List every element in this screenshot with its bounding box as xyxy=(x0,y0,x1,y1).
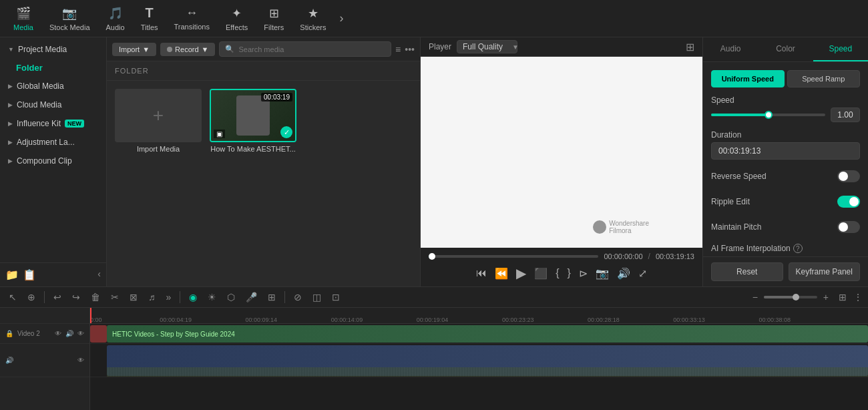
keyframe-panel-button[interactable]: Keyframe Panel xyxy=(789,262,861,281)
toolbar-effects[interactable]: ✦ Effects xyxy=(218,2,256,35)
progress-thumb[interactable] xyxy=(429,253,435,260)
import-media-card[interactable]: + Import Media xyxy=(115,89,202,153)
sidebar-item-cloud-media[interactable]: ▶ Cloud Media xyxy=(0,95,106,114)
search-input[interactable] xyxy=(238,45,385,53)
speed-slider-track[interactable] xyxy=(711,114,825,116)
reverse-speed-toggle[interactable] xyxy=(837,170,860,182)
more-options-icon[interactable]: ••• xyxy=(405,44,415,55)
tab-speed[interactable]: Speed xyxy=(813,37,868,61)
current-time: 00:00:00:00 xyxy=(604,252,642,260)
speaker-icon-2[interactable]: 🔊 xyxy=(5,357,13,364)
lock-icon[interactable]: 🔒 xyxy=(5,330,13,337)
fullscreen-btn[interactable]: ⤢ xyxy=(638,267,647,280)
volume-btn[interactable]: 🔊 xyxy=(617,267,630,280)
clip-red-section[interactable] xyxy=(90,325,107,343)
toolbar-audio[interactable]: 🎵 Audio xyxy=(98,2,133,35)
show-icon[interactable]: 👁 xyxy=(77,330,84,337)
eye-icon-2[interactable]: 👁 xyxy=(77,357,84,364)
speaker-icon[interactable]: 🔊 xyxy=(65,330,73,337)
import-thumb[interactable]: + xyxy=(115,89,202,142)
comp-btn[interactable]: ◫ xyxy=(309,290,324,304)
sidebar-item-influence-kit[interactable]: ▶ Influence Kit NEW xyxy=(0,114,106,133)
toolbar-stock-media[interactable]: 📷 Stock Media xyxy=(41,2,98,35)
redo-btn[interactable]: ↪ xyxy=(69,290,83,304)
toolbar-filters[interactable]: ⊞ Filters xyxy=(256,2,292,35)
search-box[interactable]: 🔍 xyxy=(219,41,391,57)
toolbar-media[interactable]: 🎬 Media xyxy=(5,2,41,35)
zoom-minus-btn[interactable]: − xyxy=(749,290,761,304)
toolbar-titles-label: Titles xyxy=(141,23,158,31)
magic-tool-btn[interactable]: ◉ xyxy=(186,290,200,304)
toolbar-filters-label: Filters xyxy=(264,23,284,31)
select-tool-btn[interactable]: ↖ xyxy=(5,290,20,304)
main-area: ▼ Project Media Folder ▶ Global Media ▶ … xyxy=(0,37,868,286)
player-area: Player Full Quality1/2 Quality1/4 Qualit… xyxy=(421,37,702,286)
audio-sync-btn[interactable]: ♬ xyxy=(145,290,159,304)
collapse-sidebar-btn[interactable]: ‹ xyxy=(97,268,101,281)
cut-btn[interactable]: ✂ xyxy=(107,290,122,304)
player-settings-icon[interactable]: ⊞ xyxy=(686,41,694,53)
color-tool-btn[interactable]: ☀ xyxy=(204,290,220,304)
total-time: 00:03:19:13 xyxy=(656,252,694,260)
pointer-tool-btn[interactable]: ⊕ xyxy=(24,290,39,304)
stop-btn[interactable]: ⬛ xyxy=(534,267,548,280)
speed-ramp-btn[interactable]: Speed Ramp xyxy=(787,70,861,87)
zoom-slider[interactable] xyxy=(764,296,817,298)
video-media-card[interactable]: 00:03:19 ▣ ✓ How To Make AESTHET... xyxy=(210,89,296,153)
reverse-speed-label: Reverse Speed xyxy=(711,172,767,181)
sidebar-item-global-media[interactable]: ▶ Global Media xyxy=(0,77,106,95)
ripple-edit-toggle[interactable] xyxy=(837,196,860,208)
split-btn[interactable]: ⊘ xyxy=(290,290,305,304)
uniform-speed-btn[interactable]: Uniform Speed xyxy=(711,70,785,87)
delete-btn[interactable]: 🗑 xyxy=(87,290,103,304)
progress-track[interactable] xyxy=(429,255,598,258)
extract-btn[interactable]: ⊳ xyxy=(579,267,588,280)
merge-tool-btn[interactable]: ⊞ xyxy=(264,290,279,304)
toolbar-stickers[interactable]: ★ Stickers xyxy=(292,2,334,35)
speed-slider-thumb[interactable] xyxy=(765,111,773,119)
tab-audio[interactable]: Audio xyxy=(703,37,758,61)
mic-tool-btn[interactable]: 🎤 xyxy=(242,290,260,304)
add-folder-btn[interactable]: 📁 xyxy=(5,268,19,281)
view-options-btn[interactable]: ⊞ xyxy=(839,292,847,302)
titles-icon: T xyxy=(145,5,153,21)
undo-btn[interactable]: ↩ xyxy=(50,290,65,304)
effects-icon: ✦ xyxy=(232,6,242,21)
crop-btn[interactable]: ⊠ xyxy=(126,290,141,304)
shield-tool-btn[interactable]: ⬡ xyxy=(224,290,238,304)
toolbar-more-btn[interactable]: › xyxy=(334,7,349,29)
info-icon[interactable]: ? xyxy=(793,244,803,253)
tab-color[interactable]: Color xyxy=(758,37,813,61)
play-btn[interactable]: ▶ xyxy=(516,265,526,281)
layout-options-btn[interactable]: ⋮ xyxy=(853,292,863,302)
zoom-plus-btn[interactable]: + xyxy=(820,290,832,304)
speed-value[interactable]: 1.00 xyxy=(831,108,860,122)
record-dot-icon xyxy=(167,47,172,52)
filter-icon[interactable]: ≡ xyxy=(395,44,401,55)
maintain-pitch-toggle[interactable] xyxy=(837,221,860,233)
sidebar-item-project-media[interactable]: ▼ Project Media xyxy=(0,40,106,59)
mark-out-btn[interactable]: } xyxy=(568,267,571,279)
clip-main-section[interactable]: HETIC Videos - Step by Step Guide 2024 xyxy=(107,325,868,343)
video-thumb[interactable]: 00:03:19 ▣ ✓ xyxy=(210,89,296,142)
reset-button[interactable]: Reset xyxy=(711,262,783,281)
frame-back-btn[interactable]: ⏪ xyxy=(495,267,508,280)
track-label-video2: 🔒 Video 2 👁 🔊 👁 xyxy=(0,324,89,344)
snapshot-btn[interactable]: 📷 xyxy=(596,267,609,280)
sidebar-folder-label[interactable]: Folder xyxy=(0,59,106,77)
add-item-btn[interactable]: 📋 xyxy=(23,268,36,281)
eye-icon[interactable]: 👁 xyxy=(55,330,61,337)
toolbar-transitions[interactable]: ↔ Transitions xyxy=(166,2,218,35)
duration-field[interactable]: 00:03:19:13 xyxy=(711,142,860,160)
toolbar-titles[interactable]: T Titles xyxy=(133,1,166,35)
sidebar-item-compound-clip[interactable]: ▶ Compound Clip xyxy=(0,152,106,170)
sidebar-item-adjustment[interactable]: ▶ Adjustment La... xyxy=(0,133,106,152)
captions-btn[interactable]: ⊡ xyxy=(329,290,343,304)
record-button[interactable]: Record ▼ xyxy=(160,43,215,56)
more-tools-btn[interactable]: » xyxy=(163,290,175,304)
mark-in-btn[interactable]: { xyxy=(556,267,559,279)
player-controls: 00:00:00:00 / 00:03:19:13 ⏮ ⏪ ▶ ⬛ { } ⊳ … xyxy=(421,248,702,286)
import-button[interactable]: Import ▼ xyxy=(112,43,156,56)
quality-select[interactable]: Full Quality1/2 Quality1/4 Quality xyxy=(457,40,517,53)
step-back-btn[interactable]: ⏮ xyxy=(476,267,487,279)
